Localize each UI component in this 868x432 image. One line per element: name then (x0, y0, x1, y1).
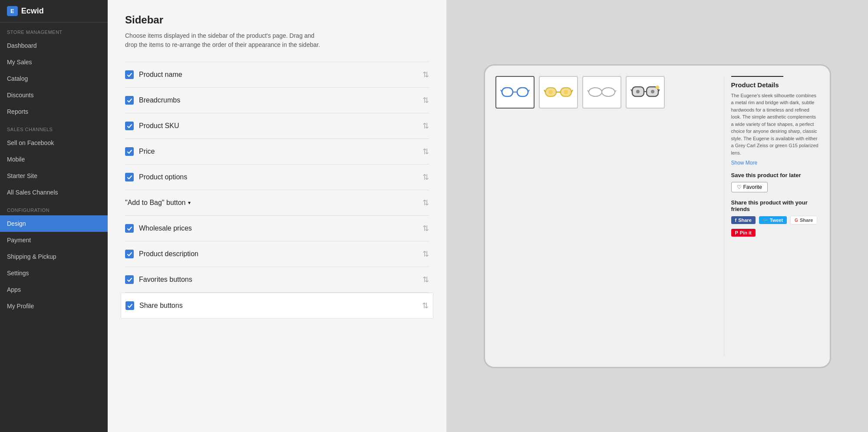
checkbox-product-options[interactable] (125, 173, 134, 181)
product-name-label: Product name (139, 71, 182, 79)
sidebar-items-list: Product name ⇅ Breadcrumbs ⇅ (125, 62, 429, 319)
list-item-product-description[interactable]: Product description ⇅ (125, 241, 429, 267)
checkbox-product-description[interactable] (125, 250, 134, 258)
show-more-link[interactable]: Show More (731, 160, 819, 166)
checkbox-wholesale-prices[interactable] (125, 224, 134, 233)
sidebar-item-payment[interactable]: Payment (0, 232, 108, 248)
drag-handle-product-options[interactable]: ⇅ (422, 172, 429, 182)
device-frame: Product Details The Eugene's sleek silho… (484, 64, 831, 368)
list-item-left: Product description (125, 250, 198, 258)
dashboard-label: Dashboard (7, 42, 37, 49)
drag-handle-wholesale-prices[interactable]: ⇅ (422, 224, 429, 233)
sidebar-item-dashboard[interactable]: Dashboard (0, 37, 108, 54)
drag-handle-product-sku[interactable]: ⇅ (422, 121, 429, 131)
list-item-left: Price (125, 147, 155, 156)
sidebar-item-my-profile[interactable]: My Profile (0, 298, 108, 314)
sell-on-facebook-label: Sell on Facebook (7, 139, 54, 146)
list-item-left: Product name (125, 70, 182, 79)
svg-point-12 (589, 88, 602, 96)
drag-handle-favorites-buttons[interactable]: ⇅ (422, 275, 429, 284)
svg-point-11 (564, 90, 568, 94)
checkbox-price[interactable] (125, 147, 134, 156)
list-item-left: Breadcrumbs (125, 96, 180, 105)
design-label: Design (7, 220, 26, 227)
checkbox-breadcrumbs[interactable] (125, 96, 134, 105)
list-item-breadcrumbs[interactable]: Breadcrumbs ⇅ (125, 88, 429, 113)
shipping-label: Shipping & Pickup (7, 253, 56, 260)
content-area: Sidebar Choose items displayed in the si… (108, 0, 868, 432)
svg-point-10 (548, 90, 553, 94)
mobile-label: Mobile (7, 156, 25, 163)
share-facebook-button[interactable]: f Share (731, 216, 756, 224)
wholesale-prices-label: Wholesale prices (139, 224, 192, 232)
sidebar: E Ecwid Store management Dashboard My Sa… (0, 0, 108, 432)
favorites-buttons-label: Favorites buttons (139, 276, 192, 284)
sidebar-item-shipping[interactable]: Shipping & Pickup (0, 248, 108, 265)
sidebar-item-mobile[interactable]: Mobile (0, 151, 108, 168)
list-item-favorites-buttons[interactable]: Favorites buttons ⇅ (125, 267, 429, 293)
product-details-text: The Eugene's sleek silhouette combines a… (731, 92, 819, 157)
drag-handle-breadcrumbs[interactable]: ⇅ (422, 96, 429, 105)
product-thumb-2[interactable] (539, 76, 578, 109)
price-label: Price (139, 148, 155, 155)
list-item-product-sku[interactable]: Product SKU ⇅ (125, 113, 429, 139)
catalog-label: Catalog (7, 75, 28, 82)
list-item-add-to-bag[interactable]: "Add to Bag" button ▾ ⇅ (125, 190, 429, 216)
settings-description: Choose items displayed in the sidebar of… (125, 31, 325, 49)
list-item-left: Product options (125, 173, 187, 181)
pinterest-icon: P (735, 230, 738, 235)
configuration-label: Configuration (0, 201, 108, 215)
store-management-label: Store management (0, 23, 108, 37)
drag-handle-share-buttons[interactable]: ⇅ (422, 301, 429, 310)
checkbox-favorites-buttons[interactable] (125, 275, 134, 284)
checkbox-product-sku[interactable] (125, 122, 134, 130)
share-twitter-button[interactable]: 🐦 Tweet (759, 216, 787, 224)
all-sales-channels-label: All Sales Channels (7, 189, 58, 196)
checkbox-share-buttons[interactable] (125, 301, 134, 310)
settings-label: Settings (7, 270, 29, 277)
reports-label: Reports (7, 108, 28, 115)
breadcrumbs-label: Breadcrumbs (139, 96, 180, 104)
share-buttons-row: f Share 🐦 Tweet G Share (731, 216, 819, 224)
drag-handle-product-name[interactable]: ⇅ (422, 70, 429, 79)
share-google-button[interactable]: G Share (790, 216, 817, 224)
sidebar-item-my-sales[interactable]: My Sales (0, 54, 108, 70)
favorite-button[interactable]: ♡ Favorite (731, 182, 768, 192)
product-description-label: Product description (139, 250, 198, 258)
sidebar-item-reports[interactable]: Reports (0, 103, 108, 120)
sidebar-item-discounts[interactable]: Discounts (0, 87, 108, 103)
add-to-bag-label: "Add to Bag" button ▾ (125, 199, 191, 207)
sidebar-item-design[interactable]: Design (0, 215, 108, 232)
svg-rect-0 (502, 88, 513, 96)
save-for-later-title: Save this product for later (731, 172, 819, 178)
svg-rect-1 (517, 88, 528, 96)
sidebar-item-starter-site[interactable]: Starter Site (0, 168, 108, 184)
list-item-product-options[interactable]: Product options ⇅ (125, 165, 429, 190)
facebook-icon: f (735, 218, 737, 223)
product-thumb-4[interactable] (626, 76, 665, 109)
product-thumb-1[interactable] (495, 76, 535, 109)
my-sales-label: My Sales (7, 59, 32, 66)
sidebar-item-apps[interactable]: Apps (0, 281, 108, 298)
drag-handle-add-to-bag[interactable]: ⇅ (422, 198, 429, 208)
sidebar-item-settings[interactable]: Settings (0, 265, 108, 281)
svg-line-15 (587, 90, 589, 92)
heart-icon: ♡ (737, 184, 742, 190)
drag-handle-product-description[interactable]: ⇅ (422, 249, 429, 259)
product-thumb-3[interactable] (582, 76, 621, 109)
drag-handle-price[interactable]: ⇅ (422, 147, 429, 156)
product-details-title: Product Details (731, 81, 819, 89)
checkbox-product-name[interactable] (125, 70, 134, 79)
list-item-left: Favorites buttons (125, 275, 192, 284)
sidebar-item-all-sales-channels[interactable]: All Sales Channels (0, 184, 108, 201)
list-item-product-name[interactable]: Product name ⇅ (125, 62, 429, 88)
list-item-left: Wholesale prices (125, 224, 192, 233)
sidebar-item-catalog[interactable]: Catalog (0, 70, 108, 87)
list-item-left: Share buttons (125, 301, 183, 310)
list-item-share-buttons[interactable]: Share buttons ⇅ (121, 293, 433, 319)
list-item-wholesale-prices[interactable]: Wholesale prices ⇅ (125, 216, 429, 241)
list-item-price[interactable]: Price ⇅ (125, 139, 429, 165)
share-pinterest-button[interactable]: P Pin it (731, 229, 756, 237)
sidebar-item-sell-on-facebook[interactable]: Sell on Facebook (0, 135, 108, 151)
logo-box: E (7, 6, 18, 16)
